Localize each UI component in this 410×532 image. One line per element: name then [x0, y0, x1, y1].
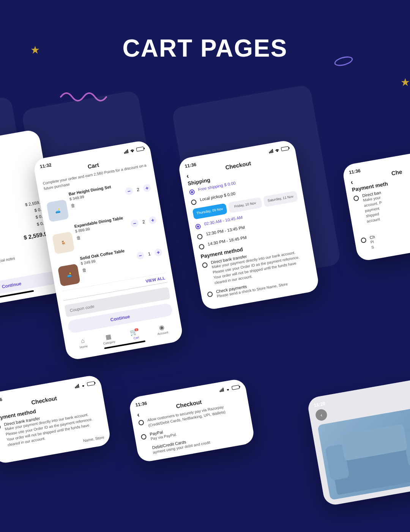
increase-button[interactable]: +: [143, 184, 151, 192]
increase-button[interactable]: +: [154, 248, 162, 257]
cart-icon: 🛒5: [129, 327, 142, 336]
radio-icon: [202, 262, 208, 268]
radio-icon: [0, 424, 1, 430]
product-image[interactable]: 🪑: [52, 231, 75, 254]
radio-icon: [207, 291, 213, 297]
radio-icon: [191, 199, 197, 205]
radio-icon: [138, 420, 144, 426]
nav-account[interactable]: ◉Account: [156, 323, 169, 336]
product-detail-screen: 11:28 ⇧ ‹: [306, 378, 410, 506]
date-chip[interactable]: Saturday, 11 Nov: [263, 191, 298, 207]
decrease-button[interactable]: −: [130, 219, 139, 228]
star-icon: ★: [401, 76, 410, 89]
page-title: CART PAGES: [0, 0, 410, 62]
radio-icon: [199, 244, 205, 250]
nav-home[interactable]: ⌂Home: [78, 337, 88, 350]
radio-icon: [140, 434, 147, 440]
checkout-payment-partial: 11:36 Che ‹ Payment meth Direct ban Make…: [342, 147, 410, 262]
nav-category[interactable]: ▦Category: [101, 332, 115, 345]
quantity: 2: [141, 219, 146, 225]
radio-icon: [197, 233, 203, 239]
radio-icon: [353, 195, 359, 201]
nav-cart[interactable]: 🛒5Cart: [129, 327, 142, 340]
radio-icon: [361, 237, 367, 243]
checkout-paypal-screen: 11:36 Checkout ‹ Allow customers to secu…: [128, 378, 255, 463]
quantity: 2: [135, 187, 140, 193]
product-image[interactable]: 🛋️: [46, 199, 69, 222]
quantity: 1: [147, 251, 152, 257]
date-chip[interactable]: Friday, 10 Nov: [228, 197, 263, 213]
user-icon: ◉: [156, 323, 168, 332]
checkout-payment-screen: 11:36 Checkout ‹ Payment method Direct b…: [0, 374, 112, 465]
decrease-button[interactable]: −: [125, 187, 133, 196]
home-icon: ⌂: [78, 337, 87, 345]
increase-button[interactable]: +: [148, 216, 157, 225]
back-button[interactable]: ‹: [315, 408, 328, 422]
radio-icon: [195, 223, 201, 230]
cart-screen: 11:32 Cart Complete your order and earn …: [33, 139, 184, 361]
star-icon: ★: [30, 44, 40, 56]
product-image[interactable]: 🛋️: [58, 264, 80, 287]
product-image[interactable]: [317, 407, 410, 500]
decrease-button[interactable]: −: [136, 251, 145, 260]
radio-icon: [189, 189, 195, 195]
date-chip[interactable]: Thursday, 09 Nov: [192, 203, 227, 220]
